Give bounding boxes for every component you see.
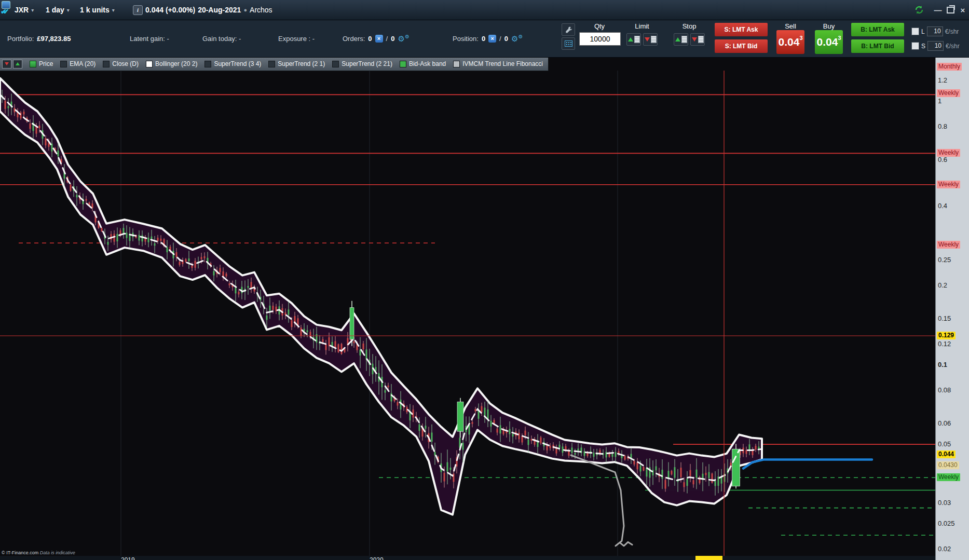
close-position-icon[interactable]: × [488, 35, 496, 43]
stop-sell-order-icon[interactable] [690, 33, 705, 46]
indicator-supertrend-2-1[interactable]: SuperTrend (2 1) [268, 60, 325, 67]
indicator-checkbox[interactable] [204, 61, 211, 67]
last-quote: 0.044 (+0.00%) [145, 6, 195, 14]
position-slash: / [499, 35, 501, 43]
sync-icon[interactable] [913, 0, 925, 20]
popout-red-icon[interactable] [2, 60, 11, 69]
position-settings-icon[interactable]: ⚙⚙ [511, 34, 523, 43]
sell-lmt-bid-button[interactable]: S: LMT Bid [715, 39, 768, 53]
indicator-label: SuperTrend (2 1) [278, 60, 325, 67]
indicator-ema-20[interactable]: EMA (20) [60, 60, 95, 67]
indicator-label: Close (D) [112, 60, 139, 67]
sell-label: Sell [776, 22, 804, 30]
order-sheet-icon [681, 36, 687, 43]
chart-canvas[interactable] [0, 57, 935, 560]
indicator-bollinger-20-2[interactable]: Bollinger (20 2) [146, 60, 197, 67]
price-tick: 0.25 [938, 256, 951, 264]
restore-button[interactable] [945, 0, 956, 20]
copyright-text: © IT-Finance.com [2, 550, 38, 555]
order-sheet-icon [698, 36, 704, 43]
indicator-checkbox[interactable] [400, 61, 406, 67]
green-up-arrow-icon [675, 37, 680, 42]
price-tick: 0.15 [938, 315, 951, 322]
units-dropdown[interactable]: 1 k units ▾ [80, 0, 115, 20]
buy-label: Buy [815, 22, 843, 30]
time-axis[interactable]: 20192020 [0, 556, 935, 560]
close-button[interactable]: × [957, 0, 968, 20]
indicator-label: Price [39, 60, 53, 67]
long-limit-checkbox[interactable] [911, 28, 919, 35]
popout-green-icon[interactable] [13, 60, 22, 69]
cancel-orders-icon[interactable]: × [375, 35, 383, 43]
timeframe-label: 1 day [46, 6, 64, 14]
sell-button[interactable]: 0.043 [776, 30, 804, 54]
price-tick: 0.4 [938, 202, 947, 210]
indicator-checkbox[interactable] [268, 61, 275, 67]
quantity-input[interactable]: 10000 [579, 32, 621, 46]
timeframe-dropdown[interactable]: 1 day ▾ [46, 0, 70, 20]
price-level-chip: 0.0430 [937, 461, 959, 469]
buy-price-fraction: 3 [838, 35, 841, 41]
indicator-supertrend-2-21[interactable]: SuperTrend (2 21) [332, 60, 392, 67]
short-limit-input[interactable]: 10 [927, 41, 944, 51]
gain-today: Gain today: - [202, 20, 241, 57]
indicator-price[interactable]: Price [30, 60, 53, 67]
connection-check-icon: ✔✔ [1, 7, 5, 16]
orders-label: Orders: [343, 35, 365, 43]
portfolio-label: Portfolio: [7, 35, 34, 43]
price-level-chip: 0.129 [937, 332, 956, 339]
minimize-button[interactable]: — [932, 0, 944, 20]
chart-region: PriceEMA (20)Close (D)Bollinger (20 2)Su… [0, 57, 969, 560]
info-icon[interactable]: i [133, 5, 143, 15]
trading-toolbar: Portfolio: £97,823.85 Latent gain: - Gai… [0, 20, 969, 58]
chevron-down-icon: ▾ [31, 7, 34, 13]
price-tick: 1 [938, 97, 941, 105]
price-level-chip: 0.044 [937, 450, 956, 458]
price-tick: 0.02 [938, 545, 951, 553]
portfolio-value: £97,823.85 [37, 35, 71, 43]
indicator-checkbox[interactable] [453, 61, 460, 67]
orders-settings-icon[interactable]: ⚙⚙ [398, 34, 409, 43]
limit-label: Limit [626, 22, 658, 30]
indicator-supertrend-3-4[interactable]: SuperTrend (3 4) [204, 60, 261, 67]
trading-app-window: JXR ▾ 1 day ▾ 1 k units ▾ i 0.044 (+0.00… [0, 0, 969, 560]
indicator-checkbox[interactable] [332, 61, 339, 67]
indicator-checkbox[interactable] [60, 61, 67, 67]
stop-buy-order-icon[interactable] [674, 33, 688, 46]
short-label: S [921, 43, 925, 50]
long-unit-label: €/shr [945, 28, 959, 35]
indicator-checkbox[interactable] [30, 61, 36, 67]
indicator-label: Bollinger (20 2) [155, 60, 197, 67]
price-tick: 0.05 [938, 440, 951, 448]
long-limit-input[interactable]: 10 [927, 26, 943, 36]
buy-lmt-bid-button[interactable]: B: LMT Bid [851, 39, 904, 53]
indicator-checkbox[interactable] [146, 61, 153, 67]
keypad-icon[interactable] [562, 37, 575, 50]
wrench-icon[interactable] [562, 23, 575, 36]
indicator-close-d[interactable]: Close (D) [103, 60, 139, 67]
symbol-dropdown[interactable]: JXR ▾ [15, 0, 34, 20]
order-tools [562, 20, 575, 57]
limit-sell-order-icon[interactable] [643, 33, 658, 46]
indicator-checkbox[interactable] [103, 61, 110, 67]
buy-button[interactable]: 0.043 [815, 30, 843, 54]
indicator-ivmcm-trend-line-fibonacci[interactable]: IVMCM Trend Line Fibonacci [453, 60, 543, 67]
sell-lmt-ask-button[interactable]: S: LMT Ask [715, 23, 768, 36]
red-down-arrow-icon [692, 37, 697, 42]
indicator-label: EMA (20) [70, 60, 95, 67]
position-count2: 0 [504, 35, 508, 43]
units-label: 1 k units [80, 6, 110, 14]
buy-group: Buy 0.043 [815, 20, 843, 57]
price-tick: 0.2 [938, 281, 947, 289]
indicator-label: SuperTrend (2 21) [342, 60, 392, 67]
sell-price: 0.04 [779, 30, 800, 54]
crosshair-date-chip [695, 556, 722, 560]
price-tick: 0.12 [938, 340, 951, 348]
buy-lmt-ask-button[interactable]: B: LMT Ask [851, 23, 904, 36]
limit-buy-order-icon[interactable] [626, 33, 641, 46]
chevron-down-icon: ▾ [67, 7, 70, 13]
price-scale[interactable]: Monthly1.2Weekly10.8Weekly0.6Weekly0.4We… [935, 57, 969, 560]
indicator-bid-ask-band[interactable]: Bid-Ask band [400, 60, 446, 67]
short-limit-checkbox[interactable] [911, 42, 919, 50]
restore-icon [947, 7, 954, 13]
